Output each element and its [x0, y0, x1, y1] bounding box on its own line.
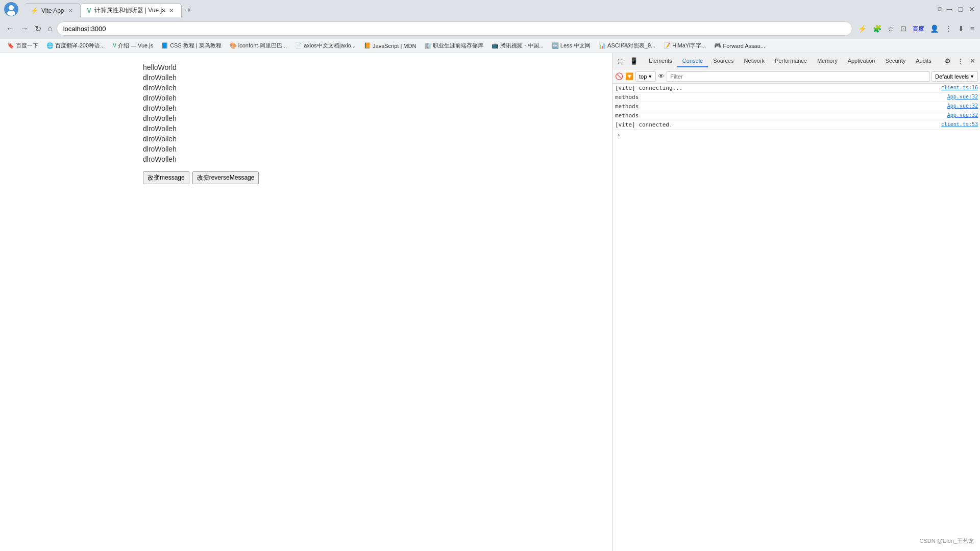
star-icon[interactable]: ☆	[886, 23, 896, 34]
devtools-tab-security[interactable]: Security	[880, 55, 911, 67]
minimize-button[interactable]: ─	[945, 5, 953, 13]
watermark: CSDN @Elon_王艺龙	[919, 537, 974, 545]
bookmark-icon-ascii: 📊	[599, 42, 606, 49]
bookmark-css[interactable]: 📘 CSS 教程 | 菜鸟教程	[158, 41, 225, 51]
bookmark-icon-iconfont: 🎨	[230, 42, 237, 49]
text-dlrowolleh-9: dlroWolleh	[143, 155, 177, 163]
context-selector[interactable]: top ▼	[635, 71, 656, 82]
tab-vuejs[interactable]: V 计算属性和侦听器 | Vue.js ✕	[81, 3, 182, 17]
console-filter-input[interactable]	[667, 71, 929, 82]
bookmark-iconfont[interactable]: 🎨 iconfont-阿里巴巴...	[227, 41, 290, 51]
new-tab-button[interactable]: +	[182, 3, 196, 17]
console-row-2: methods App.vue:32	[613, 102, 980, 111]
reload-button[interactable]: ↻	[33, 22, 43, 36]
bookmark-career[interactable]: 🏢 职业生涯前端存储库	[421, 41, 486, 51]
address-input[interactable]	[57, 21, 852, 36]
console-toolbar: 🚫 🔽 top ▼ 👁 Default levels ▼	[613, 69, 980, 84]
text-dlrowolleh-4: dlroWolleh	[143, 104, 177, 112]
svg-point-2	[7, 11, 15, 16]
bookmark-icon-mdn: 📙	[364, 42, 371, 49]
console-message-0: [vite] connecting...	[615, 85, 937, 91]
tab-close-vite[interactable]: ✕	[67, 7, 74, 14]
change-reversemessage-button[interactable]: 改变reverseMessage	[192, 171, 259, 184]
devtools-tab-application[interactable]: Application	[843, 55, 880, 67]
bookmark-mdn[interactable]: 📙 JavaScript | MDN	[361, 41, 419, 50]
console-source-2[interactable]: App.vue:32	[947, 103, 978, 109]
settings-icon[interactable]: ⋮	[943, 23, 953, 34]
devtools-tab-elements[interactable]: Elements	[644, 55, 677, 67]
devtools-device-button[interactable]: 📱	[627, 56, 641, 66]
bookmark-baiduyixia[interactable]: 🔖 百度一下	[4, 41, 41, 51]
console-source-3[interactable]: App.vue:32	[947, 112, 978, 118]
console-message-3: methods	[615, 112, 943, 119]
page-buttons: 改变message 改变reverseMessage	[143, 171, 259, 184]
devtools-tab-audits[interactable]: Audits	[911, 55, 937, 67]
text-dlrowolleh-1: dlroWolleh	[143, 73, 177, 82]
console-row-3: methods App.vue:32	[613, 111, 980, 120]
bookmark-icon-tencent: 📺	[492, 42, 499, 49]
svg-point-1	[9, 5, 14, 10]
profile-icon[interactable]: 👤	[928, 23, 940, 34]
level-select[interactable]: Default levels ▼	[932, 71, 978, 82]
console-message-1: methods	[615, 94, 943, 101]
context-label: top	[639, 73, 647, 80]
bookmark-icon-axios: 📄	[295, 42, 302, 49]
browser-chrome: ⚡ Vite App ✕ V 计算属性和侦听器 | Vue.js ✕ + ⧉ ─…	[0, 0, 980, 53]
console-source-4[interactable]: client.ts:53	[941, 121, 978, 127]
tab-close-vue[interactable]: ✕	[168, 7, 175, 14]
console-row-1: methods App.vue:32	[613, 93, 980, 102]
address-bar-row: ← → ↻ ⌂ ⚡ 🧩 ☆ ⊡ 百度 👤 ⋮ ⬇ ≡	[0, 18, 980, 39]
bookmark-forward[interactable]: 🎮 Forward Assau...	[711, 41, 768, 50]
close-button[interactable]: ✕	[968, 5, 976, 13]
devtools-tab-console[interactable]: Console	[677, 55, 708, 67]
avatar-icon	[4, 2, 18, 16]
tab-icon-vue: V	[87, 7, 91, 14]
extension-icon[interactable]: 🧩	[871, 23, 883, 34]
maximize-button[interactable]: □	[957, 5, 965, 13]
back-button[interactable]: ←	[4, 22, 16, 35]
devtools-tabs: Elements Console Sources Network Perform…	[644, 55, 937, 67]
bookmark-less[interactable]: 🔤 Less 中文网	[549, 41, 594, 51]
bookmark-icon[interactable]: ⊡	[899, 23, 908, 34]
devtools-close-icon[interactable]: ✕	[967, 56, 978, 66]
console-filter-icon[interactable]: 🔽	[625, 72, 633, 80]
text-helloworld: helloWorld	[143, 63, 177, 71]
home-button[interactable]: ⌂	[45, 22, 55, 35]
devtools-tab-sources[interactable]: Sources	[708, 55, 739, 67]
bookmark-icon-css: 📘	[161, 42, 168, 49]
bookmark-icon-career: 🏢	[424, 42, 431, 49]
text-dlrowolleh-3: dlroWolleh	[143, 94, 177, 102]
devtools-inspect-button[interactable]: ⬚	[615, 56, 626, 66]
window-controls	[4, 2, 18, 16]
menu-icon[interactable]: ≡	[969, 23, 976, 34]
devtools-settings-icon[interactable]: ⚙	[942, 56, 953, 66]
devtools-tab-performance[interactable]: Performance	[770, 55, 812, 67]
level-dropdown-icon: ▼	[970, 74, 974, 79]
bookmark-axios[interactable]: 📄 axios中文文档|axio...	[292, 41, 359, 51]
console-source-1[interactable]: App.vue:32	[947, 94, 978, 99]
devtools-more-icon[interactable]: ⋮	[954, 56, 966, 66]
text-dlrowolleh-6: dlroWolleh	[143, 124, 177, 133]
devtools-toggle-icon[interactable]: ⧉	[938, 5, 942, 13]
console-clear-button[interactable]: 🚫	[615, 72, 623, 80]
tab-label-vite: Vite App	[41, 7, 64, 14]
baidu-icon[interactable]: 百度	[911, 23, 925, 34]
lightning-icon[interactable]: ⚡	[856, 23, 868, 34]
bookmark-icon-baidufanyi: 🌐	[46, 42, 54, 49]
level-label: Default levels	[935, 73, 969, 80]
devtools-tab-network[interactable]: Network	[739, 55, 770, 67]
tab-vite-app[interactable]: ⚡ Vite App ✕	[24, 3, 81, 17]
bookmark-vuejs[interactable]: V 介绍 — Vue.js	[110, 41, 156, 51]
bookmark-tencent[interactable]: 📺 腾讯视频 · 中国...	[488, 41, 546, 51]
change-message-button[interactable]: 改变message	[143, 171, 189, 184]
main-area: helloWorld dlroWolleh dlroWolleh dlroWol…	[0, 53, 980, 551]
bookmark-himayi[interactable]: 📝 HiMaYi字字...	[660, 41, 709, 51]
console-source-0[interactable]: client.ts:16	[941, 85, 978, 90]
console-eye-button[interactable]: 👁	[658, 72, 665, 80]
download-icon[interactable]: ⬇	[957, 23, 966, 34]
bookmark-baidufanyi[interactable]: 🌐 百度翻译-200种语...	[43, 41, 108, 51]
forward-button[interactable]: →	[18, 22, 31, 35]
text-dlrowolleh-5: dlroWolleh	[143, 114, 177, 122]
bookmark-ascii[interactable]: 📊 ASCII码对照表_9...	[596, 41, 658, 51]
devtools-tab-memory[interactable]: Memory	[812, 55, 843, 67]
